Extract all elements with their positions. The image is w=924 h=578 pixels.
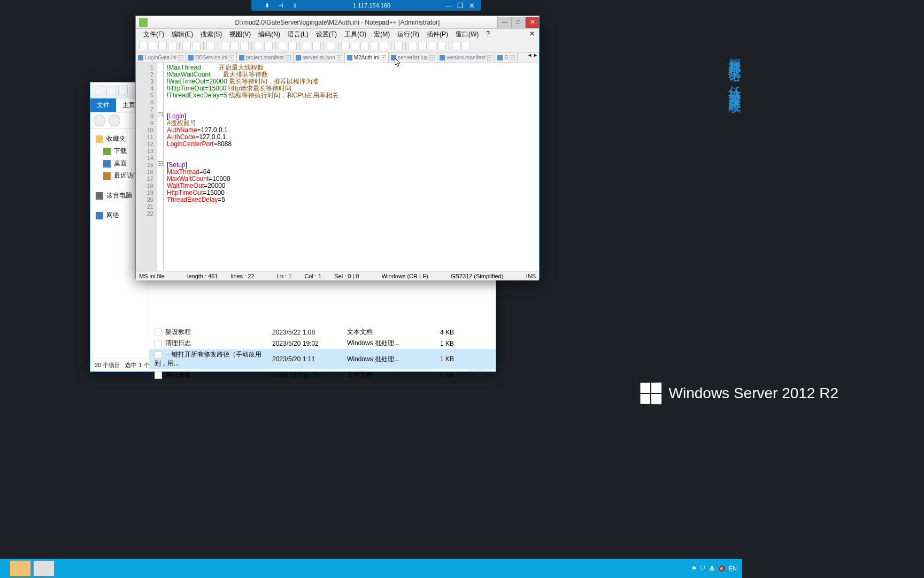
menu-item[interactable]: 设置(T) [313, 30, 340, 39]
allchars-icon[interactable] [351, 42, 359, 50]
copy-icon[interactable] [230, 42, 239, 50]
npp-close-button[interactable]: ✕ [525, 17, 539, 28]
tab-close-icon[interactable]: × [510, 55, 515, 60]
editor-tab[interactable]: project.manifest× [237, 52, 294, 63]
unfold-icon[interactable] [380, 42, 388, 50]
rdp-pin2-icon[interactable]: ⊣ [276, 2, 286, 9]
menu-item[interactable]: 文件(F) [140, 30, 167, 39]
hidden-icon[interactable] [394, 42, 403, 50]
pc-icon [96, 192, 103, 200]
menu-item[interactable]: 编辑(E) [168, 30, 196, 39]
menu-item[interactable]: 视图(V) [226, 30, 254, 39]
npp-doc-close-button[interactable]: ✕ [529, 30, 535, 37]
stop-icon[interactable] [418, 42, 427, 50]
tab-close-icon[interactable]: × [229, 55, 234, 60]
save-icon[interactable] [158, 42, 167, 50]
wrap-icon[interactable] [341, 42, 350, 50]
nav-forward-button[interactable] [109, 115, 120, 126]
explorer-props-icon[interactable] [106, 86, 116, 95]
tray-net-icon[interactable]: 🖧 [709, 565, 715, 572]
nav-back-button[interactable] [94, 115, 105, 126]
tray-lang-indicator[interactable]: EN [729, 565, 737, 572]
ribbon-tab-file[interactable]: 文件 [90, 98, 116, 112]
taskbar-npp-button[interactable] [33, 560, 55, 576]
saveall-icon[interactable] [168, 42, 176, 50]
zoomin-icon[interactable] [303, 42, 311, 50]
menu-item[interactable]: 宏(M) [371, 30, 393, 39]
rdp-minimize-button[interactable]: — [444, 2, 453, 10]
fold-icon[interactable] [370, 42, 379, 50]
cut-icon[interactable] [221, 42, 229, 50]
open-icon[interactable] [149, 42, 157, 50]
menu-item[interactable]: 窗口(W) [452, 30, 482, 39]
editor-tab[interactable]: version.manifest× [437, 52, 495, 63]
editor-tab[interactable]: S× [495, 52, 518, 63]
print-icon[interactable] [206, 42, 215, 50]
status-ln: Ln : 1 [277, 273, 292, 279]
npp-editor[interactable]: 12345678910111213141516171819202122 − − … [136, 63, 539, 271]
rdp-pin-icon[interactable]: ⬍ [262, 2, 272, 9]
taskbar[interactable]: ⚑ ⛉ 🖧 🔇 EN [0, 559, 742, 578]
tab-close-icon[interactable]: × [429, 55, 435, 60]
file-row[interactable]: 自行杀毒2020/1/12 18:25文本文档0 KB [149, 369, 496, 381]
editor-tab[interactable]: serverlist.json× [294, 52, 345, 63]
notepadpp-window: D:\mud2.0\GateServer\logingate\M2Auth.in… [135, 16, 540, 279]
menu-item[interactable]: ? [483, 30, 493, 39]
file-row[interactable]: 架设教程2023/5/22 1:08文本文档4 KB [149, 326, 496, 338]
taskbar-explorer-button[interactable] [10, 560, 31, 576]
new-icon[interactable] [139, 42, 148, 50]
file-row[interactable]: 一键打开所有修改路径（手动改用到，用...2023/5/20 1:11Windo… [149, 349, 496, 369]
menu-item[interactable]: 语言(L) [284, 30, 312, 39]
npp-minimize-button[interactable]: — [497, 17, 511, 28]
menu-item[interactable]: 编码(N) [255, 30, 283, 39]
tab-close-icon[interactable]: × [178, 55, 183, 60]
zoomout-icon[interactable] [312, 42, 321, 50]
replace-icon[interactable] [288, 42, 297, 50]
tab-scroll-left[interactable]: ◄ [527, 52, 532, 58]
tab-close-icon[interactable]: × [337, 55, 342, 60]
redo-icon[interactable] [264, 42, 273, 50]
file-icon [155, 329, 162, 336]
tray-security-icon[interactable]: ⛉ [700, 565, 706, 572]
fold-margin[interactable]: − − [157, 63, 164, 271]
m1-icon[interactable] [452, 42, 460, 50]
explorer-newfolder-icon[interactable] [118, 86, 128, 95]
tray-volume-icon[interactable]: 🔇 [718, 565, 726, 572]
editor-tab[interactable]: DBService.ini× [186, 52, 237, 63]
rdp-connection-bar: ⬍ ⊣ ⫴ 1.117.154.160 — ❐ ✕ [251, 0, 481, 11]
fwd-icon[interactable] [437, 42, 446, 50]
undo-icon[interactable] [255, 42, 263, 50]
play-icon[interactable] [428, 42, 436, 50]
closeall-icon[interactable] [192, 42, 201, 50]
fold-toggle-icon[interactable]: − [158, 112, 163, 117]
file-icon [497, 55, 503, 60]
npp-maximize-button[interactable]: □ [511, 17, 525, 28]
menu-item[interactable]: 运行(R) [394, 30, 422, 39]
tab-close-icon[interactable]: × [487, 55, 492, 60]
m2-icon[interactable] [461, 42, 470, 50]
menu-item[interactable]: 搜索(S) [197, 30, 225, 39]
menu-item[interactable]: 插件(P) [424, 30, 451, 39]
npp-titlebar[interactable]: D:\mud2.0\GateServer\logingate\M2Auth.in… [136, 16, 539, 29]
file-icon [440, 55, 445, 60]
paste-icon[interactable] [240, 42, 249, 50]
indent-icon[interactable] [360, 42, 369, 50]
tab-scroll-right[interactable]: ► [533, 52, 538, 58]
editor-tab[interactable]: LoginGate.ini× [136, 52, 186, 63]
fold-toggle-icon[interactable]: − [158, 161, 163, 166]
rec-icon[interactable] [409, 42, 417, 50]
rdp-close-button[interactable]: ✕ [467, 2, 477, 10]
tab-close-icon[interactable]: × [286, 55, 291, 60]
explorer-folder-icon[interactable] [95, 86, 104, 95]
close-icon[interactable] [182, 42, 191, 50]
tab-close-icon[interactable]: × [381, 55, 386, 60]
tray-flag-icon[interactable]: ⚑ [691, 565, 697, 572]
find-icon[interactable] [279, 42, 287, 50]
code-area[interactable]: !MaxThread 开启最大线程数!MaxWaitCount 最大排队等待数!… [164, 63, 539, 271]
menu-item[interactable]: 工具(O) [341, 30, 369, 39]
rdp-restore-button[interactable]: ❐ [456, 2, 465, 10]
editor-tab[interactable]: M2Auth.ini× [345, 52, 389, 63]
file-row[interactable]: 清理日志2023/5/20 19:02Windows 批处理...1 KB [149, 338, 496, 349]
sync-icon[interactable] [327, 42, 335, 50]
recent-icon [103, 172, 111, 180]
